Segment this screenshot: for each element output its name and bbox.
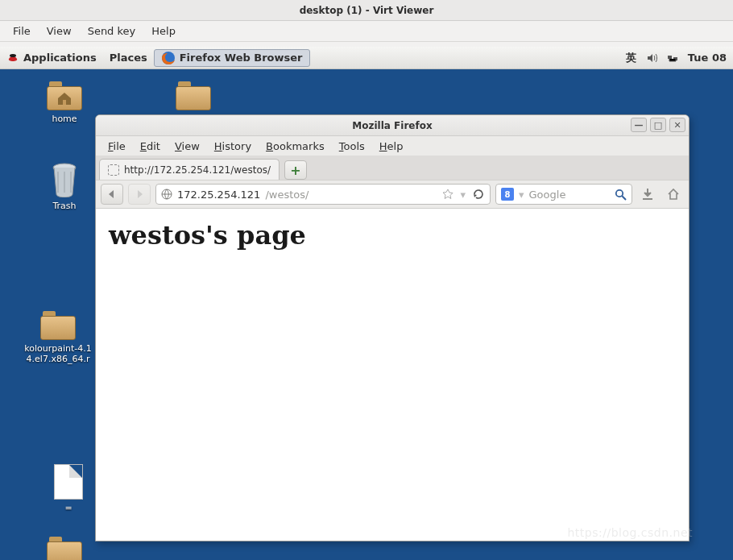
downloads-button[interactable] — [637, 184, 658, 205]
firefox-menu-tools[interactable]: Tools — [332, 139, 372, 154]
window-minimize-button[interactable]: — — [631, 118, 647, 132]
desktop-icon-equals[interactable]: = — [32, 464, 105, 513]
svg-rect-2 — [668, 56, 672, 59]
nav-back-button[interactable] — [101, 184, 123, 205]
download-icon — [640, 187, 655, 201]
url-host: 172.25.254.121 — [177, 189, 260, 201]
firefox-tabstrip: http://172.25.254.121/westos/ + — [96, 156, 689, 180]
desktop-icon-kolourpaint[interactable]: kolourpaint-4.1 4.el7.x86_64.r — [22, 311, 94, 364]
desktop-icon-kolourpaint-label: kolourpaint-4.1 4.el7.x86_64.r — [22, 343, 94, 364]
page-heading: westos's page — [109, 220, 676, 251]
panel-places[interactable]: Places — [103, 50, 154, 65]
firefox-menu-bookmarks[interactable]: Bookmarks — [259, 139, 332, 154]
desktop-icon-folder[interactable] — [157, 81, 230, 114]
virtviewer-titlebar: desktop (1) - Virt Viewer — [0, 0, 733, 21]
tab-favicon-placeholder-icon — [108, 164, 119, 176]
vv-menu-file[interactable]: File — [5, 23, 39, 39]
search-bar[interactable]: 8 ▾ Google — [495, 184, 632, 205]
desktop-icon-home[interactable]: home — [28, 81, 101, 124]
desktop-icon-home-label: home — [28, 114, 101, 124]
svg-rect-9 — [643, 198, 652, 200]
network-icon[interactable] — [667, 52, 678, 64]
arrow-left-icon — [106, 189, 118, 200]
nav-forward-button[interactable] — [128, 184, 151, 205]
reload-icon[interactable] — [472, 188, 485, 201]
svg-point-0 — [10, 54, 16, 57]
home-icon — [666, 187, 681, 201]
svg-point-7 — [616, 189, 623, 196]
window-maximize-button[interactable]: □ — [650, 118, 666, 132]
vv-menu-view[interactable]: View — [39, 23, 80, 39]
url-path: /westos/ — [265, 189, 309, 201]
panel-active-app-label: Firefox Web Browser — [180, 52, 303, 64]
firefox-menubar: File Edit View History Bookmarks Tools H… — [96, 136, 689, 156]
firefox-icon — [161, 51, 176, 65]
firefox-tab-label: http://172.25.254.121/westos/ — [124, 164, 271, 176]
file-icon — [54, 464, 83, 500]
redhat-icon — [6, 52, 19, 64]
firefox-tab-active[interactable]: http://172.25.254.121/westos/ — [99, 159, 280, 180]
desktop-icon-equals-label: = — [32, 503, 105, 513]
desktop-icon-trash-label: Trash — [28, 201, 101, 211]
desktop-icon-trash[interactable]: Trash — [28, 162, 101, 211]
panel-applications-label: Applications — [23, 52, 97, 64]
desktop-area: home Trash kolourpaint-4.1 4.el7.x86_64.… — [0, 69, 733, 560]
svg-rect-4 — [63, 100, 66, 105]
svg-line-8 — [622, 196, 626, 200]
gnome-top-panel: Applications Places Firefox Web Browser … — [0, 47, 733, 69]
google-engine-icon[interactable]: 8 — [501, 188, 514, 201]
firefox-menu-history[interactable]: History — [207, 139, 259, 154]
virtviewer-title: desktop (1) - Virt Viewer — [300, 5, 434, 16]
trash-icon — [48, 162, 81, 197]
firefox-newtab-button[interactable]: + — [284, 160, 307, 180]
firefox-menu-file[interactable]: File — [101, 139, 133, 154]
globe-icon — [161, 189, 172, 200]
home-folder-icon — [56, 91, 72, 106]
bookmark-star-icon[interactable] — [442, 189, 453, 200]
search-icon[interactable] — [615, 189, 627, 201]
panel-clock[interactable]: Tue 08 — [688, 52, 727, 64]
firefox-menu-edit[interactable]: Edit — [133, 139, 168, 154]
plus-icon: + — [290, 163, 300, 178]
firefox-window: Mozilla Firefox — □ ✕ File Edit View His… — [95, 114, 690, 541]
watermark-text: https://blog.csdn.net — [567, 526, 693, 539]
panel-places-label: Places — [110, 52, 147, 64]
arrow-right-icon — [134, 189, 145, 200]
panel-applications[interactable]: Applications — [0, 50, 103, 66]
firefox-title: Mozilla Firefox — [352, 120, 432, 131]
window-close-button[interactable]: ✕ — [669, 118, 685, 132]
search-placeholder: Google — [529, 189, 566, 201]
firefox-content-area[interactable]: westos's page — [96, 209, 689, 541]
url-bar[interactable]: 172.25.254.121/westos/ ▾ — [155, 184, 491, 205]
panel-active-app[interactable]: Firefox Web Browser — [154, 49, 310, 67]
firefox-menu-view[interactable]: View — [168, 139, 207, 154]
firefox-menu-help[interactable]: Help — [372, 139, 411, 154]
panel-ime-indicator[interactable]: 英 — [626, 51, 636, 65]
firefox-titlebar[interactable]: Mozilla Firefox — □ ✕ — [96, 115, 689, 136]
vv-menu-help[interactable]: Help — [143, 23, 184, 39]
volume-icon[interactable] — [646, 52, 657, 64]
desktop-icon-folder-bottom[interactable] — [28, 537, 101, 560]
vv-menu-sendkey[interactable]: Send key — [80, 23, 144, 39]
virtviewer-menubar: File View Send key Help — [0, 21, 733, 42]
home-button[interactable] — [663, 184, 684, 205]
firefox-toolbar: 172.25.254.121/westos/ ▾ 8 ▾ Google — [96, 180, 689, 209]
